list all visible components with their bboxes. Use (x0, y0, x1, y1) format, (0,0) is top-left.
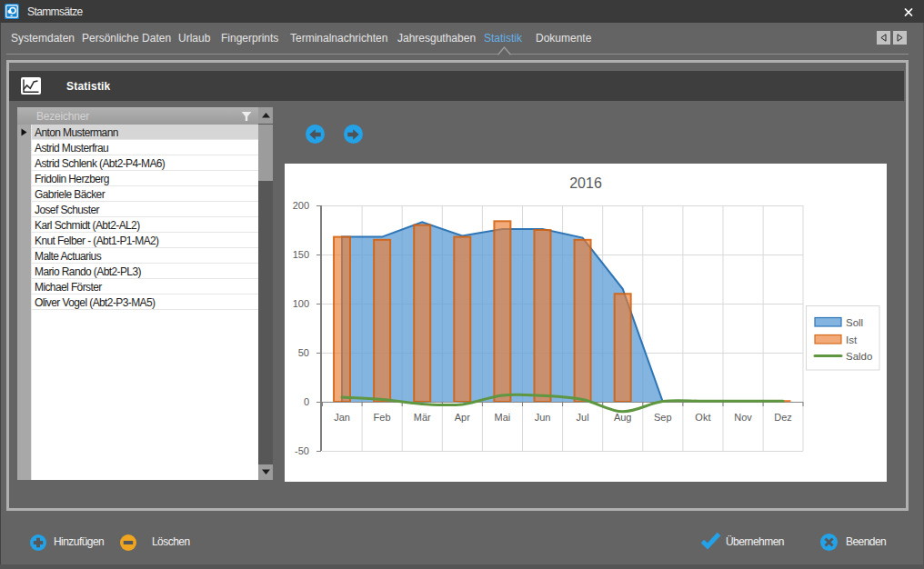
svg-text:50: 50 (298, 347, 309, 358)
svg-text:Saldo: Saldo (846, 351, 872, 362)
svg-text:Nov: Nov (734, 412, 752, 423)
svg-text:Jan: Jan (334, 412, 350, 423)
svg-text:Soll: Soll (846, 317, 863, 328)
svg-text:Okt: Okt (695, 412, 710, 423)
svg-text:200: 200 (293, 200, 309, 211)
svg-text:2016: 2016 (569, 175, 602, 191)
svg-text:Dez: Dez (774, 412, 792, 423)
svg-text:150: 150 (293, 249, 309, 260)
svg-text:0: 0 (304, 396, 309, 407)
svg-text:Aug: Aug (614, 412, 632, 423)
svg-text:Jul: Jul (577, 412, 589, 423)
svg-text:Ist: Ist (846, 334, 858, 345)
svg-text:Feb: Feb (374, 412, 391, 423)
svg-text:Apr: Apr (455, 412, 470, 423)
svg-text:Sep: Sep (654, 412, 672, 423)
svg-text:Jun: Jun (535, 412, 551, 423)
svg-text:Mär: Mär (414, 412, 431, 423)
svg-text:-50: -50 (295, 445, 309, 456)
svg-text:Mai: Mai (495, 412, 511, 423)
svg-text:100: 100 (293, 298, 309, 309)
